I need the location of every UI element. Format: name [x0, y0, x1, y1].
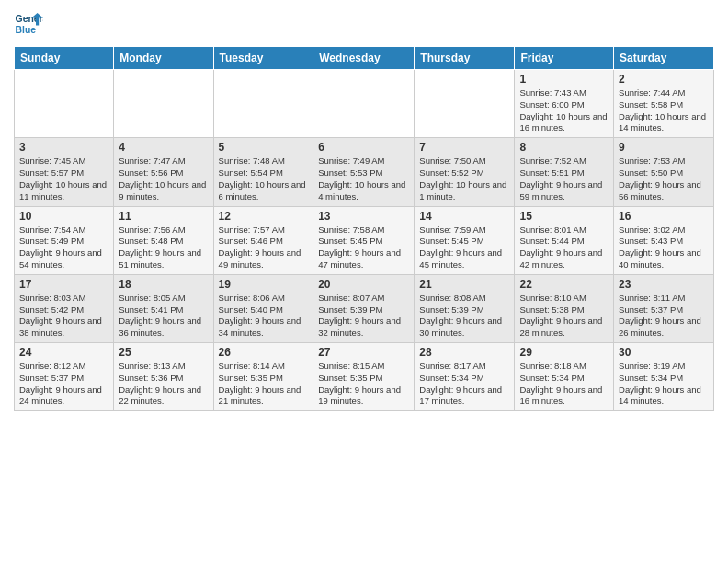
- calendar-cell: 26Sunrise: 8:14 AM Sunset: 5:35 PM Dayli…: [213, 343, 313, 411]
- day-info: Sunrise: 7:59 AM Sunset: 5:45 PM Dayligh…: [419, 224, 509, 271]
- day-number: 1: [519, 73, 609, 86]
- weekday-header-wednesday: Wednesday: [313, 47, 415, 70]
- day-number: 22: [519, 278, 609, 291]
- calendar-cell: 24Sunrise: 8:12 AM Sunset: 5:37 PM Dayli…: [15, 343, 114, 411]
- calendar-cell: 2Sunrise: 7:44 AM Sunset: 5:58 PM Daylig…: [614, 70, 714, 138]
- calendar-cell: 4Sunrise: 7:47 AM Sunset: 5:56 PM Daylig…: [114, 138, 213, 206]
- day-info: Sunrise: 8:08 AM Sunset: 5:39 PM Dayligh…: [419, 293, 509, 339]
- day-number: 6: [318, 141, 409, 154]
- day-info: Sunrise: 7:50 AM Sunset: 5:52 PM Dayligh…: [419, 155, 509, 202]
- day-info: Sunrise: 7:58 AM Sunset: 5:45 PM Dayligh…: [318, 224, 409, 271]
- day-info: Sunrise: 8:17 AM Sunset: 5:34 PM Dayligh…: [419, 361, 509, 408]
- calendar-cell: 15Sunrise: 8:01 AM Sunset: 5:44 PM Dayli…: [515, 206, 614, 274]
- day-number: 18: [119, 278, 208, 291]
- calendar-cell: 17Sunrise: 8:03 AM Sunset: 5:42 PM Dayli…: [15, 274, 114, 342]
- calendar-cell: 28Sunrise: 8:17 AM Sunset: 5:34 PM Dayli…: [415, 343, 515, 411]
- day-info: Sunrise: 7:48 AM Sunset: 5:54 PM Dayligh…: [219, 155, 309, 202]
- weekday-row: SundayMondayTuesdayWednesdayThursdayFrid…: [15, 47, 714, 70]
- weekday-header-monday: Monday: [114, 47, 213, 70]
- day-info: Sunrise: 8:12 AM Sunset: 5:37 PM Dayligh…: [19, 361, 108, 408]
- calendar-week-4: 17Sunrise: 8:03 AM Sunset: 5:42 PM Dayli…: [15, 274, 714, 342]
- weekday-header-thursday: Thursday: [415, 47, 515, 70]
- day-info: Sunrise: 7:52 AM Sunset: 5:51 PM Dayligh…: [519, 155, 609, 202]
- day-info: Sunrise: 7:44 AM Sunset: 5:58 PM Dayligh…: [619, 87, 709, 134]
- logo: General Blue: [14, 9, 43, 39]
- svg-text:Blue: Blue: [16, 25, 37, 35]
- day-number: 30: [619, 346, 709, 359]
- day-info: Sunrise: 7:56 AM Sunset: 5:48 PM Dayligh…: [119, 224, 208, 271]
- day-info: Sunrise: 7:49 AM Sunset: 5:53 PM Dayligh…: [318, 155, 409, 202]
- calendar-cell: 6Sunrise: 7:49 AM Sunset: 5:53 PM Daylig…: [313, 138, 415, 206]
- day-number: 2: [619, 73, 709, 86]
- day-info: Sunrise: 8:13 AM Sunset: 5:36 PM Dayligh…: [119, 361, 208, 408]
- calendar-cell: 25Sunrise: 8:13 AM Sunset: 5:36 PM Dayli…: [114, 343, 213, 411]
- day-number: 4: [119, 141, 208, 154]
- calendar-cell: 18Sunrise: 8:05 AM Sunset: 5:41 PM Dayli…: [114, 274, 213, 342]
- day-info: Sunrise: 8:06 AM Sunset: 5:40 PM Dayligh…: [219, 293, 309, 339]
- day-number: 10: [19, 210, 108, 223]
- day-info: Sunrise: 8:03 AM Sunset: 5:42 PM Dayligh…: [19, 293, 108, 339]
- calendar-cell: 21Sunrise: 8:08 AM Sunset: 5:39 PM Dayli…: [415, 274, 515, 342]
- calendar-week-1: 1Sunrise: 7:43 AM Sunset: 6:00 PM Daylig…: [15, 70, 714, 138]
- day-number: 24: [19, 346, 108, 359]
- day-number: 7: [419, 141, 509, 154]
- weekday-header-friday: Friday: [515, 47, 614, 70]
- calendar-cell: 30Sunrise: 8:19 AM Sunset: 5:34 PM Dayli…: [614, 343, 714, 411]
- day-number: 11: [119, 210, 208, 223]
- day-number: 26: [219, 346, 309, 359]
- calendar-cell: 29Sunrise: 8:18 AM Sunset: 5:34 PM Dayli…: [515, 343, 614, 411]
- day-number: 17: [19, 278, 108, 291]
- day-number: 9: [619, 141, 709, 154]
- day-info: Sunrise: 8:05 AM Sunset: 5:41 PM Dayligh…: [119, 293, 208, 339]
- calendar-cell: 16Sunrise: 8:02 AM Sunset: 5:43 PM Dayli…: [614, 206, 714, 274]
- calendar-cell: [15, 70, 114, 138]
- calendar-week-2: 3Sunrise: 7:45 AM Sunset: 5:57 PM Daylig…: [15, 138, 714, 206]
- day-info: Sunrise: 8:14 AM Sunset: 5:35 PM Dayligh…: [219, 361, 309, 408]
- calendar-cell: 20Sunrise: 8:07 AM Sunset: 5:39 PM Dayli…: [313, 274, 415, 342]
- calendar-cell: 19Sunrise: 8:06 AM Sunset: 5:40 PM Dayli…: [213, 274, 313, 342]
- calendar-week-3: 10Sunrise: 7:54 AM Sunset: 5:49 PM Dayli…: [15, 206, 714, 274]
- day-number: 23: [619, 278, 709, 291]
- day-info: Sunrise: 7:47 AM Sunset: 5:56 PM Dayligh…: [119, 155, 208, 202]
- calendar-cell: [213, 70, 313, 138]
- day-number: 13: [318, 210, 409, 223]
- day-number: 16: [619, 210, 709, 223]
- calendar-cell: 13Sunrise: 7:58 AM Sunset: 5:45 PM Dayli…: [313, 206, 415, 274]
- day-info: Sunrise: 7:53 AM Sunset: 5:50 PM Dayligh…: [619, 155, 709, 202]
- day-number: 15: [519, 210, 609, 223]
- calendar-header: SundayMondayTuesdayWednesdayThursdayFrid…: [15, 47, 714, 70]
- day-number: 8: [519, 141, 609, 154]
- day-info: Sunrise: 8:11 AM Sunset: 5:37 PM Dayligh…: [619, 293, 709, 339]
- day-number: 27: [318, 346, 409, 359]
- calendar-cell: 9Sunrise: 7:53 AM Sunset: 5:50 PM Daylig…: [614, 138, 714, 206]
- day-number: 14: [419, 210, 509, 223]
- calendar-cell: 1Sunrise: 7:43 AM Sunset: 6:00 PM Daylig…: [515, 70, 614, 138]
- calendar-table: SundayMondayTuesdayWednesdayThursdayFrid…: [14, 46, 714, 411]
- calendar-cell: 8Sunrise: 7:52 AM Sunset: 5:51 PM Daylig…: [515, 138, 614, 206]
- weekday-header-saturday: Saturday: [614, 47, 714, 70]
- calendar-cell: 14Sunrise: 7:59 AM Sunset: 5:45 PM Dayli…: [415, 206, 515, 274]
- day-info: Sunrise: 8:18 AM Sunset: 5:34 PM Dayligh…: [519, 361, 609, 408]
- day-info: Sunrise: 7:57 AM Sunset: 5:46 PM Dayligh…: [219, 224, 309, 271]
- weekday-header-sunday: Sunday: [15, 47, 114, 70]
- day-number: 19: [219, 278, 309, 291]
- day-number: 21: [419, 278, 509, 291]
- calendar-cell: 5Sunrise: 7:48 AM Sunset: 5:54 PM Daylig…: [213, 138, 313, 206]
- day-info: Sunrise: 8:02 AM Sunset: 5:43 PM Dayligh…: [619, 224, 709, 271]
- day-info: Sunrise: 7:45 AM Sunset: 5:57 PM Dayligh…: [19, 155, 108, 202]
- calendar-cell: 12Sunrise: 7:57 AM Sunset: 5:46 PM Dayli…: [213, 206, 313, 274]
- day-number: 12: [219, 210, 309, 223]
- day-info: Sunrise: 8:07 AM Sunset: 5:39 PM Dayligh…: [318, 293, 409, 339]
- page-container: General Blue SundayMondayTuesdayWednesda…: [0, 0, 728, 563]
- calendar-cell: 10Sunrise: 7:54 AM Sunset: 5:49 PM Dayli…: [15, 206, 114, 274]
- weekday-header-tuesday: Tuesday: [213, 47, 313, 70]
- calendar-cell: 22Sunrise: 8:10 AM Sunset: 5:38 PM Dayli…: [515, 274, 614, 342]
- day-info: Sunrise: 8:01 AM Sunset: 5:44 PM Dayligh…: [519, 224, 609, 271]
- day-info: Sunrise: 8:15 AM Sunset: 5:35 PM Dayligh…: [318, 361, 409, 408]
- day-number: 5: [219, 141, 309, 154]
- calendar-cell: [415, 70, 515, 138]
- calendar-cell: 11Sunrise: 7:56 AM Sunset: 5:48 PM Dayli…: [114, 206, 213, 274]
- calendar-cell: 27Sunrise: 8:15 AM Sunset: 5:35 PM Dayli…: [313, 343, 415, 411]
- calendar-cell: [313, 70, 415, 138]
- day-info: Sunrise: 7:54 AM Sunset: 5:49 PM Dayligh…: [19, 224, 108, 271]
